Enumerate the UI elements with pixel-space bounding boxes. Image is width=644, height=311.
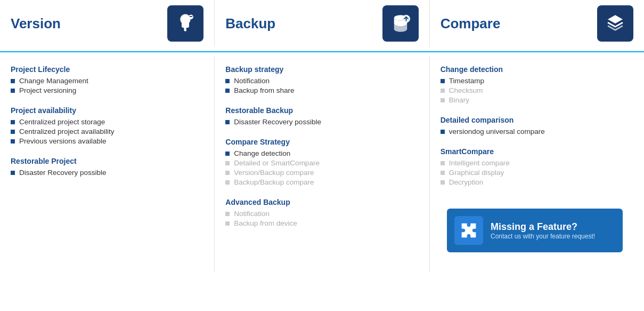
version-section-1-title: Project availability: [11, 106, 203, 115]
list-item: Change detection: [225, 149, 418, 157]
bullet-icon: [225, 171, 230, 175]
version-section-2: Restorable Project Disaster Recovery pos…: [11, 157, 203, 177]
item-text: Intelligent compare: [449, 159, 510, 167]
item-text: Previous versions available: [19, 137, 107, 145]
list-item: Version/Backup compare: [225, 169, 418, 177]
compare-section-1-title: Detailed comparison: [441, 116, 633, 124]
missing-feature-subtitle: Contact us with your feature request!: [491, 233, 595, 240]
backup-section-3: Advanced Backup Notification Backup from…: [225, 198, 418, 227]
backup-section-0: Backup strategy Notification Backup from…: [225, 65, 418, 94]
compare-section-2-title: SmartCompare: [441, 147, 633, 156]
puzzle-icon: [458, 220, 479, 241]
list-item: Centralized project availability: [11, 127, 203, 135]
item-text: Decryption: [449, 178, 484, 186]
list-item: Backup from share: [225, 86, 418, 94]
version-section-0-title: Project Lifecycle: [11, 65, 203, 74]
version-section-1: Project availability Centralized project…: [11, 106, 203, 145]
list-item: Decryption: [441, 178, 633, 186]
bullet-icon: [11, 139, 15, 143]
version-section-0: Project Lifecycle Change Management Proj…: [11, 65, 203, 94]
backup-section-0-title: Backup strategy: [225, 65, 418, 74]
list-item: Timestamp: [441, 77, 633, 85]
version-header: Version: [0, 0, 215, 47]
missing-feature-icon-box: [454, 216, 483, 245]
item-text: Change Management: [19, 77, 88, 85]
version-title: Version: [11, 15, 61, 32]
bullet-icon: [225, 221, 230, 226]
backup-section-1-title: Restorable Backup: [225, 106, 418, 115]
list-item: Project versioning: [11, 86, 203, 94]
compare-section-0: Change detection Timestamp Checksum Bina…: [441, 65, 633, 104]
item-text: Centralized project availability: [19, 127, 115, 135]
compare-section-1: Detailed comparison versiondog universal…: [441, 116, 633, 135]
list-item: Binary: [441, 96, 633, 104]
item-text: Detailed or SmartCompare: [234, 159, 320, 167]
list-item: Change Management: [11, 77, 203, 85]
bullet-icon: [225, 120, 230, 124]
item-text: versiondog universal compare: [449, 127, 545, 135]
list-item: Previous versions available: [11, 137, 203, 145]
item-text: Centralized project storage: [19, 118, 105, 126]
list-item: versiondog universal compare: [441, 127, 633, 135]
main-container: Version Backup: [0, 0, 644, 272]
list-item: Detailed or SmartCompare: [225, 159, 418, 167]
bullet-icon: [11, 89, 15, 93]
compare-section-0-title: Change detection: [441, 65, 633, 74]
backup-header: Backup: [215, 0, 429, 47]
list-item: Graphical display: [441, 169, 633, 177]
bullet-icon: [441, 180, 445, 185]
bullet-icon: [441, 171, 445, 175]
list-item: Disaster Recovery possible: [225, 118, 418, 126]
bullet-icon: [441, 130, 445, 134]
missing-feature-title: Missing a Feature?: [491, 221, 595, 233]
backup-section-2: Compare Strategy Change detection Detail…: [225, 138, 418, 186]
backup-icon: [389, 12, 412, 35]
compare-section-2: SmartCompare Intelligent compare Graphic…: [441, 147, 633, 186]
content-row: Project Lifecycle Change Management Proj…: [0, 57, 644, 272]
item-text: Project versioning: [19, 86, 76, 94]
bullet-icon: [225, 151, 230, 156]
compare-title: Compare: [441, 15, 501, 32]
backup-section-3-title: Advanced Backup: [225, 198, 418, 206]
compare-icon: [604, 12, 626, 35]
item-text: Backup/Backup compare: [234, 178, 314, 186]
item-text: Backup from share: [234, 86, 294, 94]
list-item: Centralized project storage: [11, 118, 203, 126]
bullet-icon: [441, 79, 445, 83]
version-section-2-title: Restorable Project: [11, 157, 203, 165]
item-text: Notification: [234, 210, 270, 218]
compare-header: Compare: [430, 0, 644, 47]
bullet-icon: [11, 130, 15, 134]
backup-title: Backup: [225, 15, 275, 32]
bullet-icon: [11, 79, 15, 83]
item-text: Change detection: [234, 149, 290, 157]
bullet-icon: [11, 171, 15, 175]
backup-icon-box: [382, 5, 419, 42]
bullet-icon: [225, 79, 230, 83]
compare-icon-box: [597, 5, 633, 42]
item-text: Notification: [234, 77, 270, 85]
item-text: Checksum: [449, 86, 483, 94]
bullet-icon: [11, 120, 15, 124]
list-item: Checksum: [441, 86, 633, 94]
item-text: Disaster Recovery possible: [19, 169, 107, 177]
backup-section-1: Restorable Backup Disaster Recovery poss…: [225, 106, 418, 126]
backup-section-2-title: Compare Strategy: [225, 138, 418, 146]
bullet-icon: [225, 161, 230, 165]
missing-feature-banner[interactable]: Missing a Feature? Contact us with your …: [447, 209, 623, 252]
item-text: Graphical display: [449, 169, 504, 177]
item-text: Timestamp: [449, 77, 484, 85]
bullet-icon: [441, 161, 445, 165]
item-text: Backup from device: [234, 219, 297, 227]
missing-feature-text: Missing a Feature? Contact us with your …: [491, 221, 595, 240]
bullet-icon: [441, 98, 445, 102]
header-row: Version Backup: [0, 0, 644, 52]
bullet-icon: [225, 89, 230, 93]
item-text: Binary: [449, 96, 469, 104]
bullet-icon: [225, 180, 230, 185]
missing-feature-wrapper: Missing a Feature? Contact us with your …: [441, 198, 633, 263]
list-item: Disaster Recovery possible: [11, 169, 203, 177]
list-item: Backup/Backup compare: [225, 178, 418, 186]
list-item: Notification: [225, 210, 418, 218]
version-icon-box: [167, 5, 203, 42]
